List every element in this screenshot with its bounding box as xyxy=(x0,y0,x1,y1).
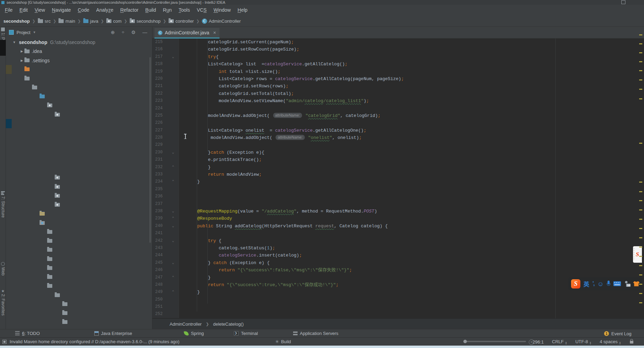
ime-punctuation-icon[interactable]: ’, xyxy=(592,281,594,287)
error-stripe-mark[interactable] xyxy=(639,228,642,229)
fold-expanded-icon[interactable]: ⌄ xyxy=(168,53,179,61)
error-stripe-mark[interactable] xyxy=(639,79,642,80)
error-stripe-mark[interactable] xyxy=(639,209,642,210)
code-line-242[interactable]: 242⌄ try { xyxy=(152,237,644,244)
sogou-logo-icon[interactable]: S xyxy=(571,279,580,289)
error-stripe-mark[interactable] xyxy=(639,143,642,144)
tree-scrollbar[interactable] xyxy=(149,57,151,243)
code-editor[interactable]: 215 catelogGrid.setCurrent(pageNum);216 … xyxy=(152,39,644,318)
code-line-226[interactable]: 226 xyxy=(152,119,644,127)
error-stripe-mark[interactable] xyxy=(639,98,642,99)
fold-end-icon[interactable]: ⌃ xyxy=(168,164,179,171)
menu-tools[interactable]: Tools xyxy=(175,7,193,13)
code-line-218[interactable]: 218 List<Catelog> list =catelogService.g… xyxy=(152,61,644,68)
error-stripe-mark[interactable] xyxy=(639,274,642,275)
toolwindow-6-todo[interactable]: 6: TODO xyxy=(15,331,40,336)
fold-end-icon[interactable]: ⌃ xyxy=(168,215,179,222)
menu-build[interactable]: Build xyxy=(142,7,159,13)
code-line-220[interactable]: 220 List<Catelog> rows = catelogService.… xyxy=(152,75,644,83)
stripe-favorites[interactable]: ★2: Favorites xyxy=(0,289,6,316)
code-line-239[interactable]: 239⌃ @ResponseBody xyxy=(152,215,644,222)
menu-navigate[interactable]: Navigate xyxy=(49,7,74,13)
code-line-215[interactable]: 215 catelogGrid.setCurrent(pageNum); xyxy=(152,39,644,46)
locate-file-icon[interactable]: ⊕ xyxy=(111,30,115,35)
menu-code[interactable]: Code xyxy=(74,7,93,13)
code-line-235[interactable]: 235 xyxy=(152,186,644,193)
hide-panel-icon[interactable]: — xyxy=(142,30,147,35)
ime-emoji-icon[interactable]: ☺ xyxy=(597,281,604,287)
fold-end-icon[interactable]: ⌃ xyxy=(168,274,179,281)
code-line-241[interactable]: 241 xyxy=(152,230,644,237)
stripe-structure[interactable]: 7: Structure xyxy=(0,191,6,218)
code-line-234[interactable]: 234⌃ } xyxy=(152,178,644,185)
error-stripe-mark[interactable] xyxy=(639,70,642,71)
menu-file[interactable]: File xyxy=(1,7,16,13)
ime-keyboard-icon[interactable] xyxy=(613,281,621,286)
error-stripe-mark[interactable] xyxy=(639,302,642,303)
settings-gear-icon[interactable]: ⚙ xyxy=(131,30,136,35)
maximize-icon[interactable] xyxy=(621,0,625,4)
code-line-245[interactable]: 245⌄ } catch (Exception e) { xyxy=(152,259,644,267)
code-line-227[interactable]: 227 List<Catelog> onelist = catelogServi… xyxy=(152,127,644,134)
menu-run[interactable]: Run xyxy=(160,7,175,13)
code-line-228[interactable]: 228 modelAndView.addObject( attributeNam… xyxy=(152,134,644,141)
fold-expanded-icon[interactable]: ⌄ xyxy=(168,208,179,215)
sogou-mini-widget[interactable]: S xyxy=(633,246,642,263)
ime-microphone-icon[interactable] xyxy=(607,281,610,287)
menu-vcs[interactable]: VCS xyxy=(193,7,210,13)
error-stripe-mark[interactable] xyxy=(639,61,642,62)
fold-end-icon[interactable]: ⌃ xyxy=(168,178,179,185)
breadcrumb-item-AdminController[interactable]: CAdminController xyxy=(202,19,241,24)
menu-refactor[interactable]: Refactor xyxy=(117,7,142,13)
ime-skin-person-icon[interactable] xyxy=(624,281,630,287)
code-line-236[interactable]: 236 xyxy=(152,193,644,200)
indent-select[interactable]: 4 spaces▲▼ xyxy=(600,339,621,345)
error-stripe-mark[interactable] xyxy=(639,191,642,192)
error-stripe-mark[interactable] xyxy=(639,237,642,238)
chevron-down-icon[interactable]: ▼ xyxy=(12,41,17,44)
toolwindow-spring[interactable]: Spring xyxy=(184,331,204,336)
code-line-238[interactable]: 238⌄ @RequestMapping(value = "/addCatelo… xyxy=(152,208,644,215)
menu-help[interactable]: Help xyxy=(234,7,251,13)
ime-shirt-icon[interactable] xyxy=(633,281,640,286)
code-line-246[interactable]: 246 return "{\"success\":false,\"msg\":\… xyxy=(152,267,644,274)
fold-expanded-icon[interactable]: ⌄ xyxy=(168,237,179,244)
build-status[interactable]: ✳ Build xyxy=(275,339,291,344)
menu-edit[interactable]: Edit xyxy=(16,7,31,13)
toolwindow-terminal[interactable]: Terminal xyxy=(234,331,258,336)
chevron-right-icon[interactable]: ▶ xyxy=(19,59,24,62)
code-line-244[interactable]: 244 catelogService.insert(catelog); xyxy=(152,252,644,259)
collapse-all-icon[interactable]: ÷ xyxy=(122,30,125,35)
code-line-233[interactable]: 233 return modelAndView; xyxy=(152,171,644,178)
breadcrumb-item-src[interactable]: src xyxy=(38,19,51,24)
error-stripe-mark[interactable] xyxy=(639,219,642,220)
error-stripe-mark[interactable] xyxy=(639,200,642,201)
tree-item-secondshop[interactable]: ▼secondshopG:\study\secondshop xyxy=(6,38,152,47)
tree-item-.settings[interactable]: ▶.settings xyxy=(6,56,152,65)
error-stripe-mark[interactable] xyxy=(639,293,642,294)
error-stripe-mark[interactable] xyxy=(639,182,642,183)
toolwindow-application-servers[interactable]: Application Servers xyxy=(293,331,339,336)
chevron-down-icon[interactable]: ▼ xyxy=(33,31,36,34)
code-line-237[interactable]: 237 xyxy=(152,200,644,208)
code-line-216[interactable]: 216 catelogGrid.setRowCount(pageSize); xyxy=(152,46,644,53)
code-line-252[interactable]: 252 xyxy=(152,311,644,318)
fold-end-icon[interactable]: ⌃ xyxy=(168,289,179,296)
code-line-251[interactable]: 251 xyxy=(152,303,644,311)
code-line-222[interactable]: 222 catelogGrid.setTotal(total); xyxy=(152,90,644,97)
error-stripe-mark[interactable] xyxy=(639,34,642,35)
chevron-right-icon[interactable]: ▶ xyxy=(19,50,24,53)
code-line-243[interactable]: 243 catelog.setStatus(1); xyxy=(152,244,644,252)
lock-icon[interactable] xyxy=(630,341,633,344)
code-line-221[interactable]: 221 catelogGrid.setRows(rows); xyxy=(152,83,644,90)
fold-expanded-icon[interactable]: ⌄ xyxy=(168,149,179,156)
line-separator-select[interactable]: CRLF▲▼ xyxy=(552,339,567,345)
menu-window[interactable]: Window xyxy=(210,7,234,13)
error-stripe-mark[interactable] xyxy=(639,52,642,53)
breadcrumb-class[interactable]: AdminController xyxy=(170,322,202,327)
breadcrumb-item-com[interactable]: com xyxy=(106,19,122,24)
error-stripe-mark[interactable] xyxy=(639,43,642,44)
code-line-217[interactable]: 217⌄ try{ xyxy=(152,53,644,61)
menu-analyze[interactable]: Analyze xyxy=(93,7,117,13)
code-line-230[interactable]: 230⌄ }catch (Exception e){ xyxy=(152,149,644,156)
